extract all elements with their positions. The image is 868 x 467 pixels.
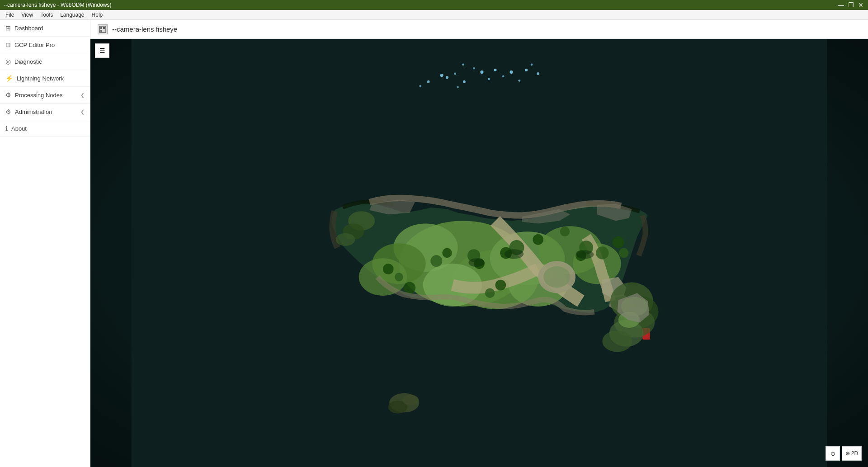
nav-icon-about: ℹ (5, 125, 8, 132)
svg-point-53 (495, 280, 506, 291)
page-title: --camera-lens fisheye (112, 25, 177, 33)
nav-arrow-processing-nodes: ❮ (80, 92, 85, 98)
svg-point-44 (430, 255, 442, 267)
svg-point-13 (502, 75, 505, 77)
menubar: FileViewToolsLanguageHelp (0, 10, 868, 20)
sidebar-item-administration[interactable]: ⚙Administration❮ (0, 104, 90, 120)
svg-point-45 (533, 234, 543, 245)
svg-point-22 (531, 63, 533, 66)
main-content: --camera-lens fisheye ☰ (90, 20, 868, 467)
svg-point-14 (509, 71, 513, 74)
svg-point-56 (576, 250, 594, 259)
nav-label-processing-nodes: Processing Nodes (15, 92, 63, 99)
svg-point-9 (473, 67, 475, 70)
svg-point-62 (336, 233, 355, 246)
svg-point-16 (525, 69, 528, 71)
menu-item-help[interactable]: Help (88, 11, 107, 19)
nav-icon-lightning-network: ⚡ (5, 75, 13, 82)
svg-point-8 (463, 80, 466, 83)
map-controls: ⊙ ⊕ 2D (826, 446, 862, 461)
svg-point-51 (404, 282, 415, 293)
nav-icon-administration: ⚙ (5, 108, 11, 115)
nav-label-dashboard: Dashboard (14, 25, 43, 32)
settings-icon: ⊙ (830, 450, 835, 457)
svg-point-73 (602, 330, 632, 352)
sidebar-item-about[interactable]: ℹAbout (0, 120, 90, 137)
settings-button[interactable]: ⊙ (826, 446, 840, 461)
maximize-button[interactable]: ❐ (847, 1, 854, 9)
svg-point-50 (395, 273, 403, 281)
nav-icon-diagnostic: ◎ (5, 58, 11, 65)
svg-point-19 (462, 63, 464, 66)
svg-point-35 (543, 266, 570, 288)
sidebar: ⊞Dashboard⊡GCP Editor Pro◎Diagnostic⚡Lig… (0, 20, 90, 467)
map-container: ☰ (90, 39, 868, 467)
svg-point-42 (596, 246, 609, 259)
svg-point-20 (537, 72, 539, 75)
sidebar-item-gcp-editor-pro[interactable]: ⊡GCP Editor Pro (0, 37, 90, 53)
nav-label-lightning-network: Lightning Network (17, 75, 64, 82)
nav-icon-gcp-editor-pro: ⊡ (5, 41, 11, 48)
sidebar-item-processing-nodes[interactable]: ⚙Processing Nodes❮ (0, 87, 90, 104)
view-2d-button[interactable]: ⊕ 2D (842, 446, 862, 461)
menu-item-file[interactable]: File (2, 11, 18, 19)
globe-icon: ⊕ (845, 450, 850, 457)
svg-point-6 (446, 76, 448, 79)
svg-point-5 (440, 74, 443, 77)
minimize-button[interactable]: — (837, 1, 844, 9)
svg-point-52 (485, 288, 495, 298)
nav-icon-dashboard: ⊞ (5, 24, 11, 32)
nav-label-gcp-editor-pro: GCP Editor Pro (14, 42, 55, 48)
svg-point-7 (454, 73, 456, 75)
sidebar-item-lightning-network[interactable]: ⚡Lightning Network (0, 70, 90, 87)
nav-icon-processing-nodes: ⚙ (5, 91, 11, 99)
svg-rect-3 (100, 30, 102, 32)
map-menu-button[interactable]: ☰ (95, 43, 109, 58)
menu-item-language[interactable]: Language (57, 11, 88, 19)
page-header: --camera-lens fisheye (90, 20, 868, 39)
svg-point-46 (560, 226, 570, 236)
nav-arrow-administration: ❮ (80, 109, 85, 115)
menu-item-view[interactable]: View (18, 11, 37, 19)
svg-point-55 (505, 249, 524, 259)
svg-point-48 (619, 248, 628, 258)
svg-point-21 (457, 86, 459, 88)
svg-point-54 (468, 258, 485, 267)
hamburger-icon: ☰ (99, 47, 105, 54)
svg-point-47 (613, 236, 624, 248)
svg-point-17 (419, 85, 421, 87)
svg-point-43 (442, 248, 452, 258)
sidebar-item-diagnostic[interactable]: ◎Diagnostic (0, 53, 90, 70)
titlebar: --camera-lens fisheye - WebODM (Windows)… (0, 0, 868, 10)
svg-point-11 (488, 78, 490, 80)
nav-label-diagnostic: Diagnostic (14, 58, 42, 65)
map-svg (90, 39, 868, 467)
titlebar-title: --camera-lens fisheye - WebODM (Windows) (4, 2, 112, 8)
close-button[interactable]: ✕ (857, 1, 864, 9)
nav-label-administration: Administration (15, 108, 52, 115)
svg-point-10 (480, 71, 483, 74)
svg-point-49 (383, 264, 394, 274)
titlebar-controls: — ❐ ✕ (837, 1, 864, 9)
svg-rect-1 (100, 27, 102, 29)
app: ⊞Dashboard⊡GCP Editor Pro◎Diagnostic⚡Lig… (0, 20, 868, 467)
svg-point-18 (427, 80, 430, 83)
sidebar-item-dashboard[interactable]: ⊞Dashboard (0, 20, 90, 37)
svg-point-65 (403, 395, 419, 406)
nav-label-about: About (11, 125, 27, 132)
menu-item-tools[interactable]: Tools (37, 11, 57, 19)
svg-rect-2 (103, 27, 105, 29)
page-header-icon (98, 24, 108, 34)
svg-point-12 (494, 69, 497, 71)
svg-point-15 (518, 80, 520, 82)
view-2d-label: 2D (851, 450, 858, 457)
